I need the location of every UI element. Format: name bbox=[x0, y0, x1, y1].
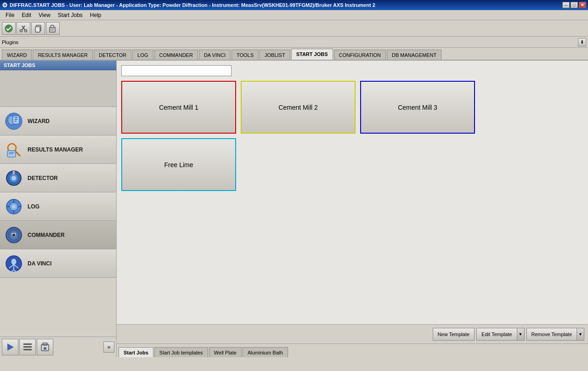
edit-template-group: Edit Template ▼ bbox=[476, 328, 524, 341]
joblist-bottom-button[interactable] bbox=[19, 339, 36, 355]
start-jobs-bottom-button[interactable] bbox=[2, 339, 18, 355]
title-text: DIFFRAC.START JOBS - User: Lab Manager -… bbox=[10, 2, 375, 8]
sidebar-item-da-vinci-label: DA VINCI bbox=[28, 260, 51, 267]
sidebar-item-detector-label: DETECTOR bbox=[28, 175, 58, 181]
menu-edit[interactable]: Edit bbox=[18, 11, 35, 19]
search-input[interactable] bbox=[121, 65, 232, 76]
bottom-tab-start-job-templates[interactable]: Start Job templates bbox=[154, 347, 208, 357]
cut-button[interactable] bbox=[17, 22, 30, 35]
tab-log[interactable]: LOG bbox=[132, 50, 153, 60]
svg-rect-13 bbox=[13, 116, 19, 124]
results-manager-icon bbox=[4, 140, 24, 160]
job-button-cement-mill-1[interactable]: Cement Mill 1 bbox=[121, 81, 236, 134]
maximize-button[interactable]: □ bbox=[571, 2, 578, 8]
sidebar-expand-button[interactable]: » bbox=[103, 342, 114, 353]
edit-template-button[interactable]: Edit Template bbox=[476, 328, 517, 341]
sidebar-title: START JOBS bbox=[0, 61, 116, 70]
download-icon: ⬇ bbox=[580, 39, 584, 45]
svg-point-3 bbox=[20, 29, 23, 32]
remove-template-button[interactable]: Remove Template bbox=[526, 328, 577, 341]
job-button-cement-mill-3[interactable]: Cement Mill 3 bbox=[360, 81, 475, 134]
svg-point-38 bbox=[11, 259, 17, 265]
sidebar-bottom: » bbox=[0, 337, 116, 357]
plugins-bar: Plugins ⬇ bbox=[0, 37, 588, 48]
svg-point-28 bbox=[12, 205, 16, 208]
bottom-tab-well-plate[interactable]: Well Plate bbox=[209, 347, 242, 357]
svg-rect-45 bbox=[23, 343, 32, 345]
svg-point-36 bbox=[12, 234, 15, 236]
check-button[interactable] bbox=[2, 22, 16, 35]
plugins-download-button[interactable]: ⬇ bbox=[578, 38, 586, 46]
search-bar-container bbox=[121, 65, 583, 76]
sidebar-item-results-manager-label: RESULTS MANAGER bbox=[28, 146, 83, 153]
sidebar-item-commander-label: COMMANDER bbox=[28, 232, 65, 238]
bottom-tab-start-jobs[interactable]: Start Jobs bbox=[119, 347, 153, 357]
sidebar-item-log-label: LOG bbox=[28, 203, 40, 210]
minimize-button[interactable]: ─ bbox=[562, 2, 570, 8]
instrument-bottom-button[interactable] bbox=[37, 339, 53, 355]
tab-db-management[interactable]: DB MANAGEMENT bbox=[387, 50, 441, 60]
title-bar-left: ⚙ DIFFRAC.START JOBS - User: Lab Manager… bbox=[2, 1, 375, 9]
svg-point-0 bbox=[5, 25, 12, 32]
sidebar-spacer bbox=[0, 70, 116, 107]
menu-help[interactable]: Help bbox=[86, 11, 105, 19]
sidebar-item-wizard[interactable]: WIZARD bbox=[0, 107, 116, 135]
tab-da-vinci[interactable]: DA VINCI bbox=[199, 50, 231, 60]
edit-template-arrow[interactable]: ▼ bbox=[517, 328, 525, 341]
content-main: Cement Mill 1 Cement Mill 2 Cement Mill … bbox=[117, 61, 588, 324]
menu-view[interactable]: View bbox=[35, 11, 54, 19]
svg-rect-46 bbox=[23, 346, 32, 348]
bottom-tabs: Start Jobs Start Job templates Well Plat… bbox=[117, 343, 588, 357]
job-button-cement-mill-2[interactable]: Cement Mill 2 bbox=[241, 81, 356, 134]
tab-configuration[interactable]: CONFIGURATION bbox=[334, 50, 386, 60]
toolbar bbox=[0, 20, 588, 37]
sidebar-item-results-manager[interactable]: RESULTS MANAGER bbox=[0, 135, 116, 164]
sidebar-item-detector[interactable]: DETECTOR bbox=[0, 164, 116, 192]
sidebar-item-da-vinci[interactable]: DA VINCI bbox=[0, 249, 116, 278]
remove-template-arrow[interactable]: ▼ bbox=[577, 328, 584, 341]
svg-point-50 bbox=[44, 347, 46, 350]
menu-file[interactable]: File bbox=[2, 11, 18, 19]
paste-button[interactable] bbox=[46, 22, 60, 35]
new-template-button[interactable]: New Template bbox=[433, 328, 475, 341]
tab-tools[interactable]: TOOLS bbox=[232, 50, 259, 60]
wizard-icon bbox=[4, 111, 24, 131]
copy-button[interactable] bbox=[31, 22, 45, 35]
sidebar-item-log[interactable]: LOG bbox=[0, 192, 116, 221]
commander-icon bbox=[4, 225, 24, 245]
svg-rect-10 bbox=[51, 30, 53, 31]
remove-template-group: Remove Template ▼ bbox=[526, 328, 584, 341]
close-button[interactable]: ✕ bbox=[579, 2, 586, 8]
svg-line-18 bbox=[15, 151, 20, 156]
sidebar: START JOBS WIZARD bbox=[0, 61, 117, 357]
svg-rect-6 bbox=[35, 27, 40, 32]
plugins-label: Plugins bbox=[2, 39, 18, 45]
content-area: Cement Mill 1 Cement Mill 2 Cement Mill … bbox=[117, 61, 588, 357]
da-vinci-icon bbox=[4, 253, 24, 274]
detector-icon bbox=[4, 168, 24, 188]
job-grid: Cement Mill 1 Cement Mill 2 Cement Mill … bbox=[121, 81, 583, 191]
svg-marker-44 bbox=[7, 343, 14, 351]
job-row-2: Free Lime bbox=[121, 138, 583, 191]
svg-point-4 bbox=[25, 29, 27, 32]
svg-rect-47 bbox=[23, 349, 32, 350]
title-bar-controls: ─ □ ✕ bbox=[562, 2, 586, 8]
sidebar-item-commander[interactable]: COMMANDER bbox=[0, 221, 116, 249]
tab-results-manager[interactable]: RESULTS MANAGER bbox=[33, 50, 93, 60]
bottom-tab-aluminium-bath[interactable]: Aluminium Bath bbox=[243, 347, 288, 357]
tab-detector[interactable]: DETECTOR bbox=[94, 50, 131, 60]
tab-bar: WIZARD RESULTS MANAGER DETECTOR LOG COMM… bbox=[0, 48, 588, 61]
svg-rect-8 bbox=[51, 25, 54, 28]
app-icon: ⚙ bbox=[2, 1, 8, 9]
tab-start-jobs[interactable]: START JOBS bbox=[291, 49, 333, 60]
job-button-free-lime[interactable]: Free Lime bbox=[121, 138, 236, 191]
tab-commander[interactable]: COMMANDER bbox=[154, 50, 198, 60]
tab-joblist[interactable]: JOBLIST bbox=[260, 50, 290, 60]
title-bar: ⚙ DIFFRAC.START JOBS - User: Lab Manager… bbox=[0, 0, 588, 10]
tab-wizard[interactable]: WIZARD bbox=[2, 50, 32, 60]
job-row-1: Cement Mill 1 Cement Mill 2 Cement Mill … bbox=[121, 81, 583, 134]
content-bottom-toolbar: New Template Edit Template ▼ Remove Temp… bbox=[117, 324, 588, 343]
menu-start-jobs[interactable]: Start Jobs bbox=[54, 11, 86, 19]
menu-bar: File Edit View Start Jobs Help bbox=[0, 10, 588, 20]
log-icon bbox=[4, 197, 24, 217]
